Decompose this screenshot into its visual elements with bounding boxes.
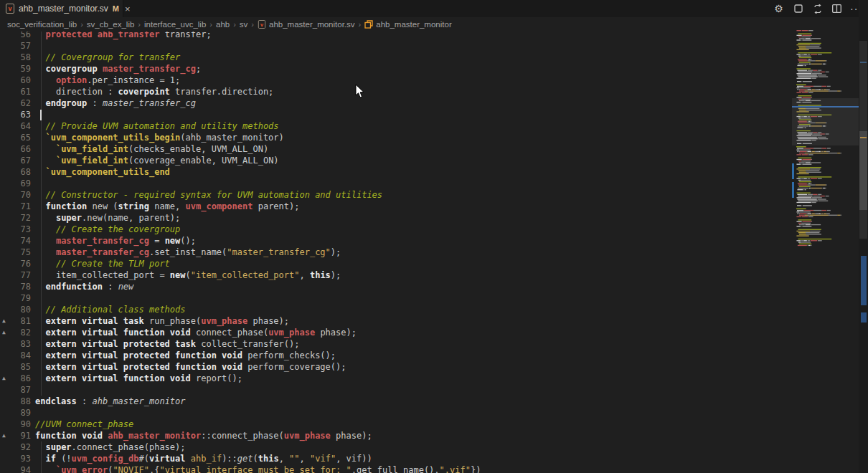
- line-number: 82: [0, 327, 31, 338]
- breadcrumb-item-ahb-master-monitor[interactable]: ahb_master_monitor: [364, 20, 451, 29]
- code-line: 83 extern virtual protected task collect…: [0, 338, 792, 350]
- code-line: ▲81 extern virtual task run_phase(uvm_ph…: [0, 315, 792, 327]
- code-line: 89: [0, 407, 792, 419]
- line-number: 62: [0, 97, 31, 109]
- breadcrumb-item-ahb[interactable]: ahb: [216, 20, 230, 29]
- indent-guide: [41, 292, 42, 304]
- settings-icon[interactable]: ⚙: [773, 3, 785, 15]
- minimap-cursor-line: [792, 106, 859, 108]
- code-line: 84 extern virtual protected function voi…: [0, 350, 792, 361]
- code-line: 56 protected ahb_transfer transfer;: [0, 32, 792, 40]
- scrollbar-thumb-hover: [859, 131, 867, 210]
- code-line: 88endclass : ahb_master_monitor: [0, 396, 792, 407]
- line-number: 69: [0, 178, 31, 189]
- breadcrumb-item-sv-cb-ex-lib[interactable]: sv_cb_ex_lib: [87, 20, 134, 29]
- text-cursor: [40, 110, 42, 120]
- line-number: 92: [0, 441, 31, 453]
- line-number: 68: [0, 166, 31, 178]
- line-number: 74: [0, 235, 31, 247]
- line-number: 64: [0, 120, 31, 132]
- code-line: 70 // Constructor - required syntax for …: [0, 189, 792, 201]
- code-line: 60 option.per_instance = 1;: [0, 75, 792, 86]
- overview-git-mark: [861, 312, 867, 322]
- code-line: 90//UVM connect_phase: [0, 419, 792, 430]
- line-number: 78: [0, 281, 31, 292]
- line-number: 56: [0, 32, 31, 40]
- code-line: 93 if (!uvm_config_db#(virtual ahb_if)::…: [0, 453, 792, 464]
- code-line: 57: [0, 40, 792, 52]
- overview-cursor-mark: [860, 137, 867, 138]
- code-line: 69: [0, 178, 792, 189]
- editor-actions: ⚙···: [773, 0, 862, 17]
- code-line: 74 master_transfer_cg = new();: [0, 235, 792, 247]
- code-line: 85 extern virtual protected function voi…: [0, 361, 792, 373]
- overview-cursor-mark: [860, 62, 867, 63]
- layout-icon[interactable]: [792, 3, 804, 15]
- code-line: 68 `uvm_component_utils_end: [0, 166, 792, 178]
- minimap-git-change-mark: [792, 182, 794, 198]
- code-line: 76 // Create the TLM port: [0, 258, 792, 269]
- line-number: 84: [0, 350, 31, 361]
- code-line: ▲86 extern virtual function void report(…: [0, 373, 792, 384]
- minimap-slider[interactable]: [792, 98, 859, 145]
- line-number: 70: [0, 189, 31, 201]
- code-line: 66 `uvm_field_int(checks_enable, UVM_ALL…: [0, 143, 792, 155]
- line-number: 86: [0, 373, 31, 384]
- code-line: 73 // Create the covergroup: [0, 224, 792, 235]
- code-line: 87: [0, 384, 792, 396]
- code-line: 65 `uvm_component_utils_begin(ahb_master…: [0, 132, 792, 143]
- split-editor-icon[interactable]: [831, 3, 843, 15]
- tab-label: ahb_master_monitor.sv: [19, 4, 108, 14]
- breadcrumb-item-soc-verification-lib[interactable]: soc_verification_lib: [7, 20, 77, 29]
- minimap-git-change-mark: [792, 163, 794, 179]
- line-number: 73: [0, 224, 31, 235]
- line-number: 71: [0, 201, 31, 212]
- code-line: 63: [0, 109, 792, 120]
- breadcrumb-item-ahb-master-monitor-sv[interactable]: vahb_master_monitor.sv: [258, 19, 355, 29]
- tab-ahb-master-monitor[interactable]: v ahb_master_monitor.sv M ×: [0, 0, 123, 17]
- close-icon[interactable]: ×: [125, 4, 131, 14]
- line-number: 93: [0, 453, 31, 464]
- breadcrumb-separator: ›: [138, 20, 141, 29]
- line-number: 63: [0, 109, 31, 120]
- line-number: 72: [0, 212, 31, 224]
- breadcrumb-separator: ›: [233, 20, 236, 29]
- line-number: 94: [0, 464, 31, 473]
- line-number: 80: [0, 304, 31, 315]
- systemverilog-file-icon: v: [258, 20, 265, 29]
- code-line: 92 super.connect_phase(phase);: [0, 441, 792, 453]
- code-line: ▲91function void ahb_master_monitor::con…: [0, 430, 792, 441]
- breadcrumb-item-interface-uvc-lib[interactable]: interface_uvc_lib: [144, 20, 206, 29]
- line-number: 65: [0, 132, 31, 143]
- line-number: 91: [0, 430, 31, 441]
- line-number: 58: [0, 52, 31, 63]
- breadcrumb-separator: ›: [80, 20, 83, 29]
- line-number: 76: [0, 258, 31, 269]
- code-line: 58 // Covergroup for transfer: [0, 52, 792, 63]
- tab-bar: v ahb_master_monitor.sv M × ⚙···: [0, 0, 868, 17]
- line-number: 77: [0, 269, 31, 281]
- code-line: 62 endgroup : master_transfer_cg: [0, 97, 792, 109]
- line-number: 81: [0, 315, 31, 327]
- line-number: 85: [0, 361, 31, 373]
- scrollbar[interactable]: [859, 0, 868, 473]
- line-number: 60: [0, 75, 31, 86]
- line-number: 57: [0, 40, 31, 52]
- code-line: 79: [0, 292, 792, 304]
- code-editor[interactable]: 56 protected ahb_transfer transfer;5758 …: [0, 32, 792, 473]
- line-number: 89: [0, 407, 31, 419]
- line-number: 66: [0, 143, 31, 155]
- indent-guide: [41, 384, 42, 396]
- line-number: 79: [0, 292, 31, 304]
- line-number: 67: [0, 155, 31, 166]
- line-number: 88: [0, 396, 31, 407]
- sync-icon[interactable]: [811, 3, 824, 15]
- overview-git-mark: [861, 256, 867, 305]
- code-line: 80 // Additional class methods: [0, 304, 792, 315]
- breadcrumb-item-sv[interactable]: sv: [240, 20, 248, 29]
- minimap[interactable]: [792, 32, 859, 473]
- code-line: 78 endfunction : new: [0, 281, 792, 292]
- code-line: 77 item_collected_port = new("item_colle…: [0, 269, 792, 281]
- systemverilog-file-icon: v: [6, 4, 14, 14]
- code-line: 64 // Provide UVM automation and utility…: [0, 120, 792, 132]
